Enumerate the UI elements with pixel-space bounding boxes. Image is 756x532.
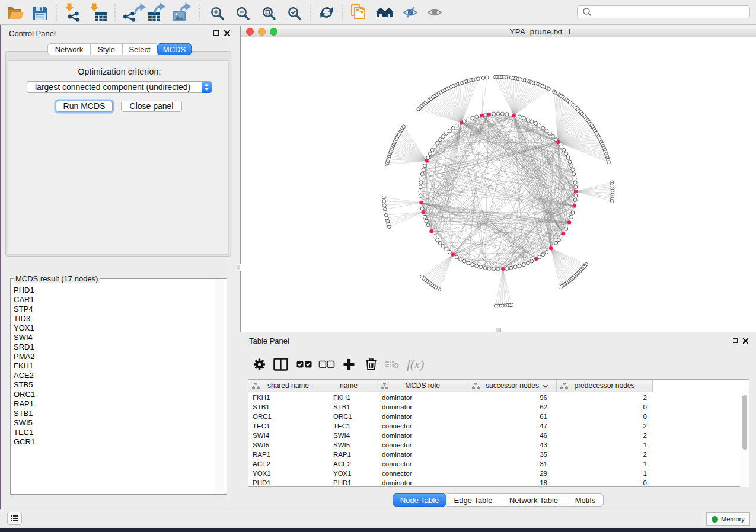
svg-text:f(x): f(x) [407, 357, 424, 371]
